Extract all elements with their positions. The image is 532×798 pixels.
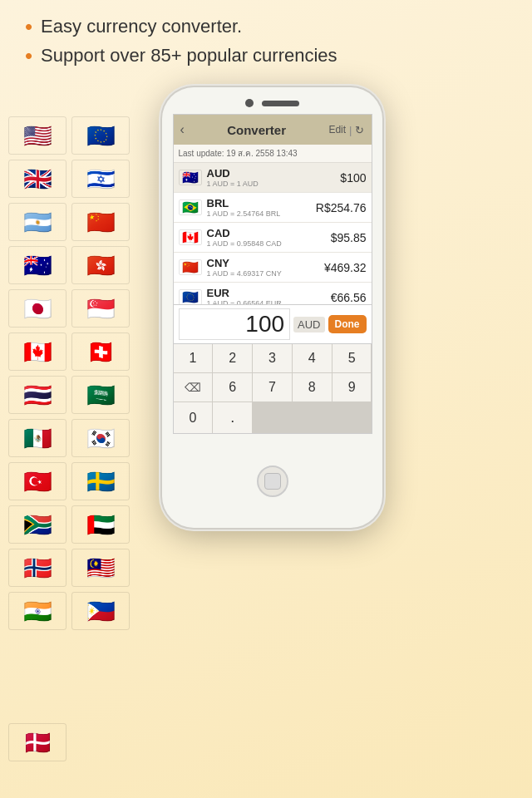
flag-ca: 🇨🇦 bbox=[8, 332, 66, 371]
flag-dk: 🇩🇰 bbox=[8, 723, 66, 761]
flag-jp: 🇯🇵 bbox=[8, 289, 66, 328]
refresh-button[interactable]: ↻ bbox=[355, 124, 364, 136]
flag-eur: 🇪🇺 bbox=[179, 289, 202, 304]
flag-sa: 🇸🇦 bbox=[71, 376, 130, 414]
front-camera bbox=[245, 99, 254, 107]
key-3[interactable]: 3 bbox=[253, 344, 292, 372]
bullet-item-2: • Support over 85+ popular currencies bbox=[25, 44, 515, 68]
flag-ae: 🇦🇪 bbox=[71, 505, 130, 544]
earpiece-speaker bbox=[262, 101, 299, 106]
key-dot[interactable]: . bbox=[213, 402, 252, 433]
key-0[interactable]: 0 bbox=[174, 402, 213, 433]
nav-right-actions: Edit | ↻ bbox=[328, 124, 364, 136]
key-2[interactable]: 2 bbox=[213, 344, 252, 372]
flag-tr: 🇹🇷 bbox=[8, 462, 66, 500]
flag-grid: 🇺🇸 🇪🇺 🇬🇧 🇮🇱 🇦🇷 🇨🇳 🇦🇺 🇭🇰 🇯🇵 🇸🇬 🇨🇦 🇨🇭 🇹🇭 🇸… bbox=[8, 116, 130, 630]
home-button[interactable] bbox=[257, 466, 288, 497]
currency-amount-eur: €66.56 bbox=[331, 291, 367, 304]
currency-row-cny[interactable]: 🇨🇳 CNY 1 AUD = 4.69317 CNY ¥469.32 bbox=[174, 253, 372, 283]
flag-aud: 🇦🇺 bbox=[179, 170, 202, 185]
bullet-dot-1: • bbox=[25, 15, 32, 39]
input-currency-label: AUD bbox=[293, 317, 324, 332]
flag-za: 🇿🇦 bbox=[8, 505, 66, 544]
flag-gb: 🇬🇧 bbox=[8, 160, 66, 198]
bullet-item-1: • Easy currency converter. bbox=[25, 15, 515, 39]
flag-se: 🇸🇪 bbox=[71, 462, 130, 500]
flag-il: 🇮🇱 bbox=[71, 160, 130, 198]
flag-th: 🇹🇭 bbox=[8, 376, 66, 414]
currency-amount-aud: $100 bbox=[340, 171, 366, 185]
home-button-inner bbox=[264, 473, 281, 490]
phone-screen: ‹ Converter Edit | ↻ Last update: 19 ส.ค… bbox=[173, 114, 372, 434]
currency-code-brl: BRL bbox=[207, 197, 316, 209]
flag-mx: 🇲🇽 bbox=[8, 419, 66, 457]
flag-kr: 🇰🇷 bbox=[71, 419, 130, 457]
flag-ch: 🇨🇭 bbox=[71, 332, 130, 371]
phone-bottom bbox=[257, 434, 288, 528]
last-update-bar: Last update: 19 ส.ค. 2558 13:43 bbox=[174, 145, 372, 163]
done-button[interactable]: Done bbox=[328, 315, 367, 333]
bullet-text-2: Support over 85+ popular currencies bbox=[41, 44, 337, 68]
key-1[interactable]: 1 bbox=[174, 344, 213, 372]
currency-rate-cny: 1 AUD = 4.69317 CNY bbox=[207, 269, 324, 278]
key-7[interactable]: 7 bbox=[253, 373, 292, 401]
currency-info-brl: BRL 1 AUD = 2.54764 BRL bbox=[207, 197, 316, 218]
currency-row-brl[interactable]: 🇧🇷 BRL 1 AUD = 2.54764 BRL R$254.76 bbox=[174, 193, 372, 223]
key-5[interactable]: 5 bbox=[332, 344, 372, 372]
currency-row-eur[interactable]: 🇪🇺 EUR 1 AUD = 0.66564 EUR €66.56 bbox=[174, 283, 372, 304]
key-8[interactable]: 8 bbox=[293, 373, 332, 401]
flag-cad: 🇨🇦 bbox=[179, 229, 202, 245]
flag-my: 🇲🇾 bbox=[71, 549, 130, 587]
flag-cny: 🇨🇳 bbox=[179, 259, 202, 275]
nav-title: Converter bbox=[227, 123, 286, 137]
currency-rate-brl: 1 AUD = 2.54764 BRL bbox=[207, 209, 316, 218]
key-6[interactable]: 6 bbox=[213, 373, 252, 401]
flag-hk: 🇭🇰 bbox=[71, 246, 130, 284]
bullet-list: • Easy currency converter. • Support ove… bbox=[25, 15, 515, 72]
nav-divider: | bbox=[349, 124, 352, 136]
currency-code-cad: CAD bbox=[207, 227, 331, 239]
currency-list[interactable]: 🇦🇺 AUD 1 AUD = 1 AUD $100 🇧🇷 BRL 1 AUD =… bbox=[174, 163, 372, 304]
currency-row-aud[interactable]: 🇦🇺 AUD 1 AUD = 1 AUD $100 bbox=[174, 163, 372, 193]
currency-rate-aud: 1 AUD = 1 AUD bbox=[207, 180, 341, 188]
key-9[interactable]: 9 bbox=[332, 373, 372, 401]
currency-code-aud: AUD bbox=[207, 167, 341, 180]
currency-info-eur: EUR 1 AUD = 0.66564 EUR bbox=[207, 287, 331, 304]
currency-rate-cad: 1 AUD = 0.95848 CAD bbox=[207, 239, 331, 248]
edit-button[interactable]: Edit bbox=[328, 124, 346, 135]
flag-brl: 🇧🇷 bbox=[179, 200, 202, 215]
bottom-flag-group: 🇩🇰 bbox=[8, 723, 66, 761]
last-update-text: Last update: 19 ส.ค. 2558 13:43 bbox=[179, 149, 298, 158]
currency-amount-cny: ¥469.32 bbox=[324, 261, 367, 274]
flag-au: 🇦🇺 bbox=[8, 246, 66, 284]
currency-amount-cad: $95.85 bbox=[331, 231, 367, 244]
currency-amount-brl: R$254.76 bbox=[316, 201, 367, 214]
currency-code-cny: CNY bbox=[207, 257, 324, 269]
currency-row-cad[interactable]: 🇨🇦 CAD 1 AUD = 0.95848 CAD $95.85 bbox=[174, 223, 372, 253]
flag-cn: 🇨🇳 bbox=[71, 203, 130, 241]
bullet-text-1: Easy currency converter. bbox=[41, 15, 242, 39]
phone-top bbox=[162, 87, 382, 114]
currency-info-cny: CNY 1 AUD = 4.69317 CNY bbox=[207, 257, 324, 278]
flag-ar: 🇦🇷 bbox=[8, 203, 66, 241]
input-area: 100 AUD Done bbox=[174, 304, 372, 344]
flag-eu: 🇪🇺 bbox=[71, 116, 130, 155]
nav-bar: ‹ Converter Edit | ↻ bbox=[174, 115, 372, 145]
phone-device: ‹ Converter Edit | ↻ Last update: 19 ส.ค… bbox=[162, 87, 382, 528]
flag-no: 🇳🇴 bbox=[8, 549, 66, 587]
flag-us: 🇺🇸 bbox=[8, 116, 66, 155]
currency-info-cad: CAD 1 AUD = 0.95848 CAD bbox=[207, 227, 331, 248]
bullet-dot-2: • bbox=[25, 44, 32, 68]
currency-info-aud: AUD 1 AUD = 1 AUD bbox=[207, 167, 341, 188]
amount-input[interactable]: 100 bbox=[179, 308, 291, 340]
keypad: 1 2 3 4 5 ⌫ 6 7 8 9 0 . bbox=[174, 344, 372, 433]
flag-ph: 🇵🇭 bbox=[71, 592, 130, 630]
flag-in: 🇮🇳 bbox=[8, 592, 66, 630]
back-button[interactable]: ‹ bbox=[180, 122, 185, 137]
flag-sg: 🇸🇬 bbox=[71, 289, 130, 328]
currency-code-eur: EUR bbox=[207, 287, 331, 299]
key-4[interactable]: 4 bbox=[293, 344, 332, 372]
key-backspace[interactable]: ⌫ bbox=[174, 373, 213, 401]
